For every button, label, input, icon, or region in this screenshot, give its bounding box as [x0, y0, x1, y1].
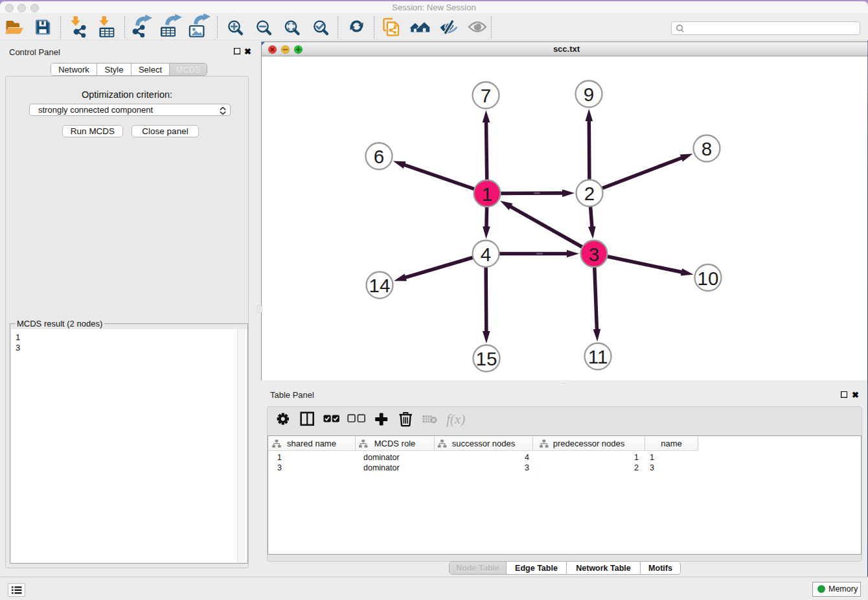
svg-text:6: 6 — [374, 146, 384, 167]
svg-text:9: 9 — [584, 84, 594, 105]
svg-text:8: 8 — [702, 138, 712, 159]
svg-text:7: 7 — [481, 85, 491, 106]
svg-text:10: 10 — [698, 268, 719, 289]
svg-text:f(x): f(x) — [446, 411, 465, 427]
svg-text:11: 11 — [588, 346, 608, 367]
svg-text:15: 15 — [476, 348, 497, 369]
svg-text:14: 14 — [369, 275, 391, 296]
svg-text:3: 3 — [589, 244, 599, 265]
svg-text:1: 1 — [482, 183, 492, 205]
svg-text:2: 2 — [584, 183, 595, 204]
svg-text:4: 4 — [481, 244, 491, 265]
